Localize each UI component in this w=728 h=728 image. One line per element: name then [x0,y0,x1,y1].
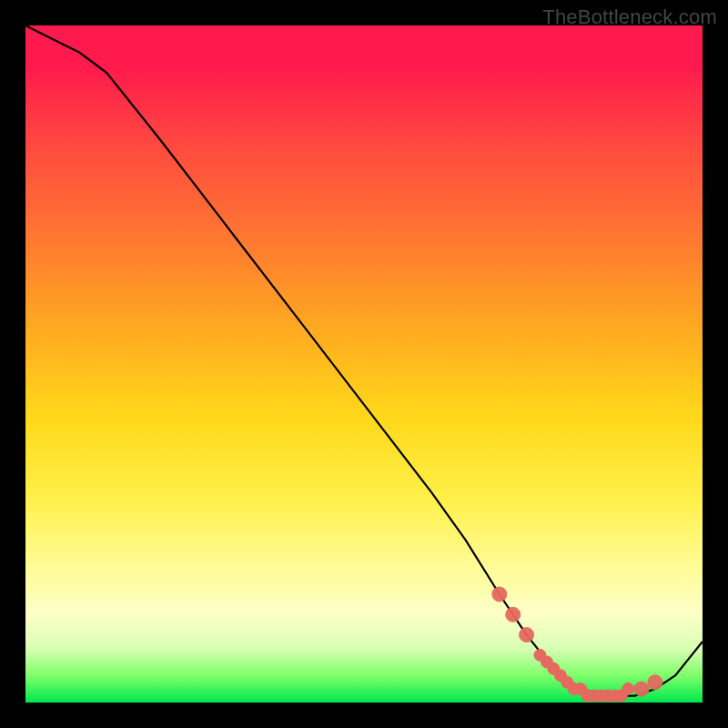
marker-dot [492,587,507,602]
marker-dot [506,607,521,622]
marker-dot [648,675,662,690]
plot-area [25,25,703,703]
marker-dot [634,682,649,696]
optimal-range-dots [492,587,662,702]
marker-dot [520,628,534,642]
bottleneck-curve [25,25,703,696]
chart-frame: TheBottleneck.com [0,0,728,728]
curve-svg [25,25,703,703]
marker-dot [622,683,634,695]
